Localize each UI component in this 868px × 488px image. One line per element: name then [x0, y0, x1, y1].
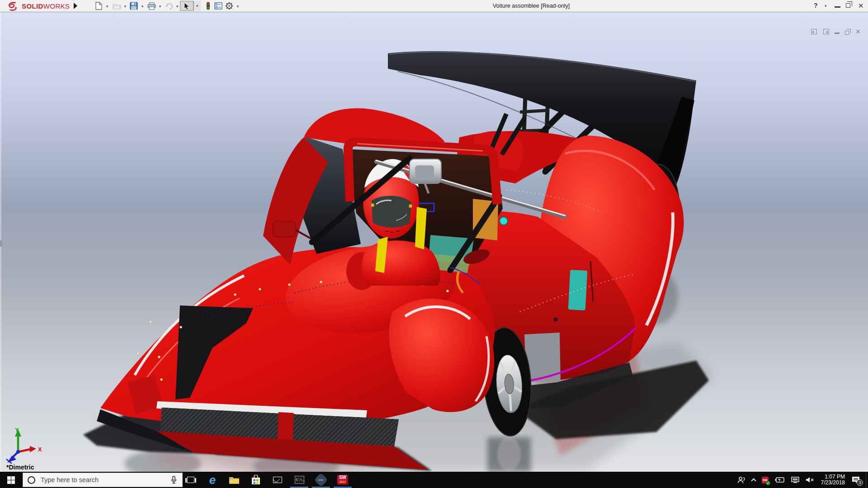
- chevron-up-icon: [751, 478, 756, 483]
- solidworks-2017-icon: SW2017: [337, 475, 348, 485]
- edge-icon: e: [209, 474, 216, 485]
- select-dropdown[interactable]: ▾: [193, 1, 201, 11]
- pane-right-button[interactable]: [823, 29, 829, 34]
- system-tray: SW ✓ 1:07 PM: [734, 472, 868, 488]
- action-center-button[interactable]: 3: [852, 476, 860, 483]
- rebuild-traffic-light-button[interactable]: [204, 1, 212, 11]
- notification-badge: 3: [857, 479, 863, 486]
- close-button[interactable]: ✕: [858, 2, 864, 10]
- search-input[interactable]: [41, 476, 171, 483]
- options-dropdown[interactable]: ▾: [235, 4, 241, 9]
- doc-close-button[interactable]: ✕: [855, 29, 861, 34]
- new-document-button[interactable]: [93, 1, 104, 11]
- menu-expand-arrow-icon[interactable]: [74, 3, 77, 9]
- file-properties-button[interactable]: [212, 1, 224, 11]
- volume-button[interactable]: [806, 477, 814, 483]
- speaker-muted-icon: [806, 477, 814, 483]
- file-explorer-icon: [229, 476, 240, 484]
- tray-overflow-button[interactable]: [752, 478, 755, 483]
- battery-icon: [775, 477, 785, 483]
- solidworks-logo[interactable]: SOLIDWORKS: [6, 1, 70, 11]
- taskbar-app-dev-tool[interactable]: [310, 472, 332, 488]
- pane-right-icon: [823, 29, 829, 34]
- print-dropdown[interactable]: ▾: [157, 4, 163, 9]
- model-canvas[interactable]: [0, 12, 868, 472]
- axis-x-label: X: [38, 446, 42, 453]
- save-floppy-icon: [130, 2, 138, 10]
- pane-left-icon: [811, 29, 817, 34]
- print-button[interactable]: [146, 1, 157, 11]
- dev-tool-icon: [314, 473, 328, 487]
- taskbar-clock[interactable]: 1:07 PM 7/23/2018: [821, 474, 845, 486]
- solidworks-wordmark: SOLIDWORKS: [22, 2, 70, 10]
- left-mirror: [273, 221, 296, 237]
- undo-dropdown[interactable]: ▾: [175, 4, 180, 9]
- show-desktop-button[interactable]: [866, 472, 868, 488]
- undo-button[interactable]: [163, 1, 175, 11]
- taskbar-app-file-explorer[interactable]: [223, 472, 245, 488]
- clock-time: 1:07 PM: [821, 474, 845, 480]
- sw-year-label: 2017: [337, 480, 348, 483]
- print-icon: [147, 2, 156, 10]
- cortana-icon: [28, 476, 35, 484]
- brand-light: WORKS: [43, 2, 70, 10]
- taskbar-app-command-prompt[interactable]: C:\_: [288, 472, 310, 488]
- sw-tray-icon: SW ✓: [762, 477, 769, 483]
- windows-logo-icon: [7, 476, 15, 484]
- doc-restore-button[interactable]: [845, 31, 849, 35]
- orientation-triad[interactable]: Y X: [0, 425, 50, 464]
- help-dropdown[interactable]: ▾: [825, 4, 827, 8]
- graphics-viewport[interactable]: ✕ Y X *Dimetric: [0, 12, 868, 472]
- help-button[interactable]: ?: [814, 2, 818, 9]
- sw-label: SW: [339, 475, 346, 480]
- mail-icon: [273, 477, 282, 483]
- traffic-light-icon: [206, 2, 210, 10]
- x-axis-arrow: [30, 446, 36, 452]
- new-document-dropdown[interactable]: ▾: [104, 4, 110, 9]
- orientation-label: *Dimetric: [6, 464, 34, 471]
- restore-button[interactable]: [846, 3, 850, 8]
- doc-minimize-button[interactable]: [835, 33, 840, 34]
- power-battery-button[interactable]: [775, 477, 785, 483]
- taskbar-search-box[interactable]: [23, 473, 183, 487]
- solidworks-monitor-tray-button[interactable]: SW ✓: [762, 477, 769, 483]
- taskbar-app-edge[interactable]: e: [202, 472, 223, 488]
- taskbar-app-solidworks[interactable]: SW2017: [332, 472, 354, 488]
- save-button[interactable]: [128, 1, 140, 11]
- check-icon: ✓: [766, 481, 770, 485]
- microphone-icon[interactable]: [171, 476, 177, 484]
- save-dropdown[interactable]: ▾: [140, 4, 145, 9]
- pane-left-button[interactable]: [811, 29, 817, 34]
- open-button[interactable]: [111, 1, 123, 11]
- task-view-button[interactable]: [180, 472, 202, 488]
- new-document-icon: [95, 2, 102, 10]
- solidworks-logo-mark-icon: [6, 1, 20, 11]
- store-icon: [251, 475, 260, 485]
- options-button[interactable]: [223, 1, 235, 11]
- select-button[interactable]: [180, 1, 193, 11]
- open-dropdown[interactable]: ▾: [123, 4, 128, 9]
- panel-splitter-handle[interactable]: [0, 240, 2, 247]
- file-properties-icon: [214, 2, 222, 9]
- taskbar-app-store[interactable]: [245, 472, 267, 488]
- network-button[interactable]: [791, 477, 799, 483]
- select-cursor-icon: [184, 2, 190, 10]
- right-mirror-glass: [415, 165, 434, 180]
- minimize-button[interactable]: [835, 6, 840, 8]
- caret-icon: ▾: [194, 4, 200, 8]
- taskbar: e C:\_ SW2017: [0, 472, 868, 488]
- start-button[interactable]: [0, 472, 22, 488]
- title-bar: SOLIDWORKS ▾ ▾ ▾ ▾: [0, 0, 868, 12]
- undo-arrow-icon: [165, 3, 173, 9]
- window-title: Voiture assomblee [Read-only]: [493, 3, 570, 9]
- gear-icon: [225, 2, 233, 10]
- open-folder-icon: [113, 2, 121, 9]
- brand-bold: SOLID: [22, 2, 43, 10]
- doc-minimize-icon: [835, 33, 840, 34]
- taskbar-app-mail[interactable]: [267, 472, 288, 488]
- network-monitor-icon: [791, 477, 799, 483]
- task-view-icon: [187, 477, 194, 483]
- people-button[interactable]: [737, 476, 745, 483]
- command-prompt-icon: C:\_: [295, 476, 304, 484]
- clock-date: 7/23/2018: [821, 480, 845, 486]
